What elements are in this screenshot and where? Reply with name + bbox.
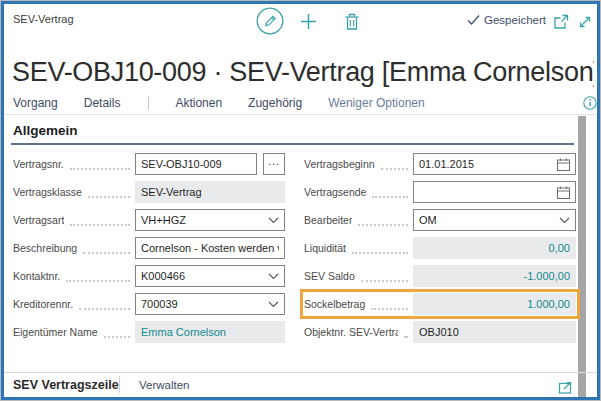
fields-column-right: Vertragsbeginn01.01.2015VertragsendeBear… [304, 153, 576, 349]
info-button[interactable] [583, 96, 597, 110]
app-window: SEV-Vertrag Gespeichert [0, 0, 601, 401]
field-caption-beschreibung: Beschreibung [13, 242, 135, 254]
field-row-kontaktnr: Kontaktnr.K000466 [13, 265, 285, 287]
footer-vertical-divider [119, 376, 120, 393]
section-title-allgemein[interactable]: Allgemein [13, 123, 78, 138]
saved-status: Gespeichert [467, 14, 546, 26]
field-caption-liquiditaet: Liquidität [304, 242, 413, 254]
dotted-leader [381, 159, 408, 170]
focus-expand-icon [557, 379, 573, 395]
menu-item-vorgang[interactable]: Vorgang [13, 96, 58, 110]
breadcrumb[interactable]: SEV-Vertrag [13, 13, 74, 25]
menu-item-details[interactable]: Details [84, 96, 121, 110]
field-label: Vertragsende [304, 186, 366, 198]
dotted-leader [404, 327, 408, 338]
menu-item-weniger-optionen[interactable]: Weniger Optionen [328, 96, 425, 110]
new-button[interactable] [300, 13, 317, 30]
menu-item-zugehoerig[interactable]: Zugehörig [248, 96, 302, 110]
focus-mode-button[interactable] [557, 379, 573, 395]
field-label: Vertragsklasse [13, 186, 82, 198]
vertical-scrollbar[interactable] [578, 116, 586, 398]
dotted-leader [70, 159, 130, 170]
field-label: Beschreibung [13, 242, 77, 254]
pencil-icon [256, 7, 284, 35]
field-row-beschreibung: Beschreibung [13, 237, 285, 259]
dotted-leader [104, 327, 130, 338]
dotted-leader [70, 215, 130, 226]
subpage-menu-verwalten[interactable]: Verwalten [139, 379, 190, 391]
field-caption-vertragsklasse: Vertragsklasse [13, 186, 135, 198]
sockelbetrag-field: 1.000,00 [413, 293, 576, 315]
subpage-title[interactable]: SEV Vertragszeile [13, 378, 119, 392]
maximize-button[interactable] [577, 14, 593, 30]
bearbeiter-dropdown[interactable]: OM [413, 209, 576, 231]
field-row-vertragsart: VertragsartVH+HGZ [13, 209, 285, 231]
field-row-vertragsnr: Vertragsnr.... [13, 153, 285, 175]
field-caption-sev-saldo: SEV Saldo [304, 270, 413, 282]
field-row-kreditorennr: Kreditorennr.700039 [13, 293, 285, 315]
field-row-vertragsklasse: VertragsklasseSEV-Vertrag [13, 181, 285, 203]
vertragsende-date-field[interactable] [413, 181, 576, 203]
menu-item-aktionen[interactable]: Aktionen [175, 96, 222, 110]
dotted-leader [361, 271, 408, 282]
popout-button[interactable] [552, 14, 569, 30]
sev-saldo-field: -1.000,00 [413, 265, 576, 287]
vertragsbeginn-date-field[interactable]: 01.01.2015 [413, 153, 576, 175]
field-caption-objektnr-sev-vertra: Objektnr. SEV-Vertra... [304, 326, 413, 338]
edit-button[interactable] [256, 7, 284, 35]
delete-button[interactable] [343, 12, 361, 31]
objektnr-sev-vertra-field: OBJ010 [413, 321, 576, 343]
vertragsklasse-field: SEV-Vertrag [135, 181, 285, 203]
field-row-sockelbetrag: Sockelbetrag1.000,00 [304, 293, 576, 315]
field-caption-bearbeiter: Bearbeiter [304, 214, 413, 226]
field-caption-sockelbetrag: Sockelbetrag [304, 298, 413, 310]
field-row-vertragsende: Vertragsende [304, 181, 576, 203]
vertragsnr-assist-button[interactable]: ... [263, 153, 285, 175]
vertragsnr-input[interactable] [135, 153, 257, 175]
field-row-objektnr-sev-vertra: Objektnr. SEV-Vertra...OBJ010 [304, 321, 576, 343]
field-caption-kreditorennr: Kreditorennr. [13, 298, 135, 310]
field-label: Kontaktnr. [13, 270, 60, 282]
chevron-down-icon [268, 301, 279, 308]
chevron-down-icon [559, 217, 570, 224]
field-label: Objektnr. SEV-Vertra... [304, 326, 398, 338]
calendar-icon [557, 158, 570, 171]
dotted-leader [371, 299, 408, 310]
eigentuemer-name-link[interactable]: Emma Cornelson [141, 326, 226, 338]
dotted-leader [372, 187, 408, 198]
liquiditaet-field: 0,00 [413, 237, 576, 259]
beschreibung-input[interactable] [135, 237, 285, 259]
dotted-leader [66, 271, 130, 282]
field-row-liquiditaet: Liquidität0,00 [304, 237, 576, 259]
field-row-sev-saldo: SEV Saldo-1.000,00 [304, 265, 576, 287]
chevron-down-icon [268, 217, 279, 224]
field-label: Eigentümer Name [13, 326, 98, 338]
dotted-leader [358, 215, 408, 226]
field-caption-vertragsart: Vertragsart [13, 214, 135, 226]
checkmark-icon [467, 14, 480, 26]
field-caption-vertragsende: Vertragsende [304, 186, 413, 198]
section-underline [11, 143, 574, 145]
field-label: Sockelbetrag [304, 298, 365, 310]
saved-status-label: Gespeichert [484, 14, 546, 26]
field-label: SEV Saldo [304, 270, 355, 282]
kreditorennr-dropdown[interactable]: 700039 [135, 293, 285, 315]
field-label: Bearbeiter [304, 214, 352, 226]
footer-divider [1, 372, 600, 373]
field-row-vertragsbeginn: Vertragsbeginn01.01.2015 [304, 153, 576, 175]
field-caption-kontaktnr: Kontaktnr. [13, 270, 135, 282]
dotted-leader [88, 187, 130, 198]
field-label: Kreditorennr. [13, 298, 73, 310]
field-caption-vertragsnr: Vertragsnr. [13, 158, 135, 170]
chevron-down-icon [268, 273, 279, 280]
field-label: Vertragsnr. [13, 158, 64, 170]
vertragsart-dropdown[interactable]: VH+HGZ [135, 209, 285, 231]
field-label: Liquidität [304, 242, 346, 254]
page-title: SEV-OBJ10-009 · SEV-Vertrag [Emma Cornel… [12, 57, 594, 88]
field-caption-eigentuemer-name: Eigentümer Name [13, 326, 135, 338]
trash-icon [343, 12, 361, 31]
calendar-icon [557, 186, 570, 199]
kontaktnr-dropdown[interactable]: K000466 [135, 265, 285, 287]
dotted-leader [83, 243, 130, 254]
info-circle-icon [583, 96, 597, 110]
